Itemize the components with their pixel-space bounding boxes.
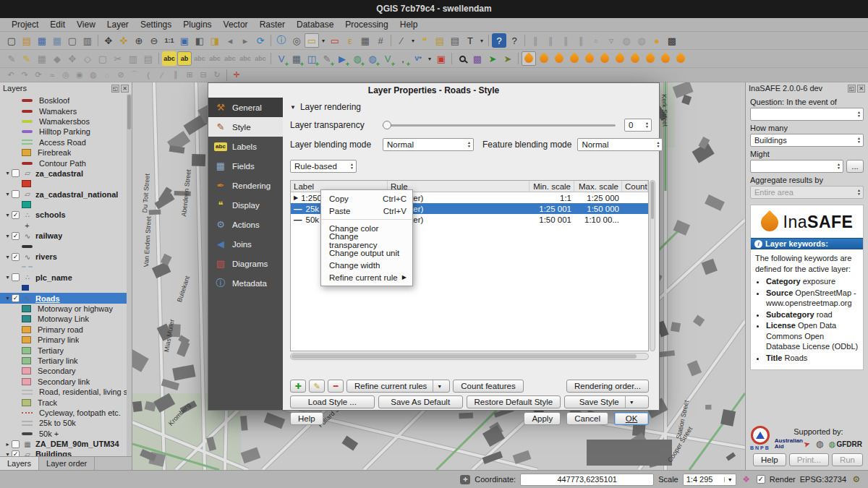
render-checkbox[interactable]: ✓ [757, 475, 765, 484]
layer-item-wamakersbos[interactable]: Wamakersbos [0, 116, 132, 127]
map-tips-icon[interactable]: ❝ [417, 33, 432, 48]
layer-item-track[interactable]: Track [0, 397, 132, 407]
new-print-composer-icon[interactable]: ▢ [65, 33, 80, 48]
layer-visibility-checkbox[interactable]: ✓ [12, 450, 20, 456]
expander-icon[interactable]: ▾ [4, 212, 12, 218]
expander-icon[interactable]: ▾ [4, 295, 12, 301]
function-options-button[interactable]: ... [846, 160, 864, 173]
select-dropdown-icon[interactable]: ▾ [320, 33, 327, 48]
window-titlebar[interactable]: QGIS 7cb79c4 - swellendam [0, 0, 868, 18]
add-rule-button[interactable]: ✚ [290, 380, 306, 393]
add-wfs-layer-icon[interactable]: V [380, 51, 395, 66]
expander-icon[interactable]: ▾ [4, 191, 12, 197]
add-mssql-layer-icon[interactable]: ▶ [335, 51, 349, 66]
layer-item-roads[interactable]: ▾✓∿Roads [0, 293, 132, 303]
context-menu-change-width[interactable]: Change width [321, 259, 412, 271]
layers-scrollbar[interactable] [127, 94, 132, 456]
layer-labeling-icon[interactable]: abc [162, 51, 176, 66]
menu-view[interactable]: View [71, 18, 101, 32]
rules-vertical-scrollbar[interactable] [650, 180, 655, 351]
add-vector-layer-icon[interactable]: V [274, 51, 289, 66]
layer-labeling-rules-icon[interactable]: ab [177, 51, 192, 66]
menu-edit[interactable]: Edit [44, 18, 71, 32]
layer-item[interactable] [0, 241, 132, 251]
dialog-tab-style[interactable]: ✎Style [208, 117, 283, 137]
feature-blend-select[interactable]: Normal [577, 138, 663, 151]
layer-item-za-cadastral-national[interactable]: ▾▱za_cadastral_national [0, 189, 132, 200]
expander-icon[interactable]: ▾ [4, 233, 12, 239]
float-panel-icon[interactable]: ◱ [111, 85, 119, 93]
restore-default-style-button[interactable]: Restore Default Style [467, 395, 561, 408]
inasafe-keywords-editor-icon[interactable] [537, 51, 551, 66]
collapse-arrow-icon[interactable]: ▼ [290, 104, 296, 111]
snapping-crosshair-icon[interactable]: ✛ [230, 69, 243, 81]
zoom-to-layer-icon[interactable]: ◧ [192, 33, 207, 48]
inasafe-batch-runner-icon[interactable] [643, 51, 658, 66]
dialog-tab-fields[interactable]: ▦Fields [208, 156, 283, 176]
layer-item-access-road[interactable]: Access Road [0, 137, 132, 147]
transparency-spinbox[interactable]: 0 [624, 119, 652, 132]
hazard-select[interactable] [750, 108, 864, 121]
inasafe-minimum-needs-icon[interactable] [597, 51, 612, 66]
panel-tab-layers[interactable]: Layers [0, 457, 39, 470]
save-project-icon[interactable]: ▦ [35, 33, 49, 48]
inasafe-help-button[interactable]: Help [753, 453, 786, 466]
dialog-tab-joins[interactable]: ◀Joins [208, 234, 283, 254]
exposure-select[interactable]: Buildings [750, 134, 864, 147]
layer-item-wamakers[interactable]: Wamakers [0, 106, 132, 116]
cancel-button[interactable]: Cancel [566, 412, 608, 425]
menu-raster[interactable]: Raster [254, 18, 291, 32]
log-messages-gear-icon[interactable]: ⚙ [851, 474, 862, 485]
layer-item-hilltop-parking[interactable]: Hilltop Parking [0, 127, 132, 137]
layer-item-za-dem-90m-utm34[interactable]: ▸▦ZA_DEM_90m_UTM34 [0, 439, 132, 449]
add-delimited-text-layer-icon[interactable]: , [396, 51, 410, 66]
layer-item-buildings[interactable]: ▾✓▱Buildings [0, 449, 132, 456]
layer-visibility-checkbox[interactable] [12, 169, 20, 177]
field-calculator-icon[interactable]: # [373, 33, 388, 48]
add-postgis-layer-icon[interactable]: ◫ [305, 51, 319, 66]
open-attribute-table-icon[interactable]: ▦ [358, 33, 373, 48]
panel-tab-layer-order[interactable]: Layer order [39, 457, 95, 470]
expander-icon[interactable]: ▶ [294, 194, 298, 201]
layer-item-plc-name[interactable]: ▾∴plc_name [0, 273, 132, 283]
edit-rule-button[interactable]: ✎ [309, 380, 325, 393]
layer-item-motorway-or-highway[interactable]: Motorway or highway [0, 304, 132, 314]
ok-button[interactable]: OK [614, 412, 649, 425]
rules-horizontal-scrollbar[interactable] [290, 353, 649, 360]
column-header-count[interactable]: Count [622, 181, 648, 192]
menu-plugins[interactable]: Plugins [177, 18, 217, 32]
menu-layer[interactable]: Layer [101, 18, 135, 32]
identify-features-icon[interactable]: ⓘ [274, 33, 289, 48]
layer-item-contour-path[interactable]: Contour Path [0, 158, 132, 168]
new-shapefile-layer-icon[interactable]: V* [411, 51, 425, 66]
inasafe-osm-downloader-icon[interactable] [673, 51, 688, 66]
layer-item-motorway-link[interactable]: Motorway Link [0, 314, 132, 324]
refine-current-rules-button[interactable]: Refine current rules▼ [346, 380, 450, 393]
layer-item[interactable] [0, 200, 132, 210]
remove-layer-icon[interactable]: ▣ [434, 51, 448, 66]
layer-visibility-checkbox[interactable] [12, 440, 20, 448]
close-panel-icon[interactable]: ✕ [857, 85, 865, 93]
mouse-position-icon[interactable]: ✛ [460, 475, 470, 484]
blend-mode-select[interactable]: Normal [383, 138, 474, 151]
toggle-editing-icon[interactable]: ✎ [20, 51, 34, 66]
layer-item[interactable]: + [0, 221, 132, 231]
measure-line-icon[interactable]: ∕ [394, 33, 409, 48]
load-style-button[interactable]: Load Style ... [290, 395, 375, 408]
select-by-expression-icon[interactable]: ε [343, 33, 357, 48]
dialog-tab-metadata[interactable]: ⓘMetadata [208, 273, 283, 293]
search-icon[interactable] [455, 51, 469, 66]
zoom-next-icon[interactable]: ▸ [238, 33, 252, 48]
menu-processing[interactable]: Processing [339, 18, 393, 32]
slider-handle[interactable] [383, 121, 391, 129]
zoom-to-selection-icon[interactable]: ◨ [208, 33, 222, 48]
dialog-tab-general[interactable]: ⚒General [208, 98, 283, 117]
layer-item-50k-[interactable]: 50k + [0, 429, 132, 439]
close-panel-icon[interactable]: ✕ [121, 85, 129, 93]
layer-item[interactable] [0, 262, 132, 272]
context-menu-change-transparency[interactable]: Change transparency [321, 234, 412, 247]
help-button[interactable]: Help [290, 412, 323, 425]
expander-icon[interactable]: ▾ [4, 451, 12, 456]
context-menu-copy[interactable]: CopyCtrl+C [321, 192, 412, 205]
layer-item-boskloof[interactable]: Boskloof [0, 95, 132, 106]
